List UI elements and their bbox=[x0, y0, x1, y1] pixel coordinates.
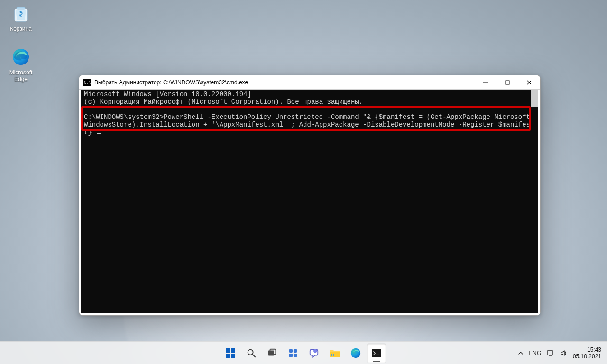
svg-rect-8 bbox=[226, 354, 230, 358]
svg-rect-16 bbox=[294, 353, 297, 356]
svg-rect-23 bbox=[372, 349, 381, 357]
start-button[interactable] bbox=[221, 344, 240, 363]
svg-text:C:\: C:\ bbox=[84, 81, 91, 85]
titlebar[interactable]: C:\ Выбрать Администратор: C:\WINDOWS\sy… bbox=[79, 75, 540, 90]
chat-button[interactable] bbox=[304, 344, 323, 363]
search-button[interactable] bbox=[242, 344, 261, 363]
svg-rect-1 bbox=[17, 7, 25, 9]
terminal-cursor bbox=[97, 133, 101, 134]
minimize-button[interactable] bbox=[475, 75, 497, 89]
close-button[interactable] bbox=[518, 75, 540, 89]
clock-date: 05.10.2021 bbox=[573, 353, 601, 360]
terminal-blank bbox=[82, 106, 537, 113]
desktop-icon-edge[interactable]: Microsoft Edge bbox=[3, 46, 39, 82]
clock[interactable]: 15:43 05.10.2021 bbox=[573, 346, 604, 360]
terminal-taskbar-button[interactable] bbox=[367, 344, 386, 363]
svg-rect-9 bbox=[231, 354, 235, 358]
tray-overflow-button[interactable] bbox=[518, 350, 524, 356]
terminal-command-line: C:\WINDOWS\system32>PowerShell -Executio… bbox=[82, 113, 537, 136]
svg-rect-20 bbox=[331, 354, 332, 356]
maximize-button[interactable] bbox=[497, 75, 518, 89]
terminal-prompt: C:\WINDOWS\system32> bbox=[84, 113, 164, 121]
cmd-icon: C:\ bbox=[83, 79, 91, 86]
svg-rect-14 bbox=[294, 349, 297, 352]
scrollbar-thumb[interactable] bbox=[531, 90, 538, 107]
window-title: Выбрать Администратор: C:\WINDOWS\system… bbox=[94, 79, 248, 86]
task-view-button[interactable] bbox=[263, 344, 282, 363]
file-explorer-button[interactable] bbox=[325, 344, 344, 363]
svg-rect-11 bbox=[268, 350, 274, 355]
terminal-area[interactable]: Microsoft Windows [Version 10.0.22000.19… bbox=[81, 90, 538, 313]
cmd-window: C:\ Выбрать Администратор: C:\WINDOWS\sy… bbox=[79, 75, 541, 316]
terminal-scrollbar[interactable] bbox=[531, 90, 538, 313]
recycle-bin-icon bbox=[10, 3, 31, 24]
svg-rect-5 bbox=[506, 81, 509, 84]
svg-rect-13 bbox=[289, 349, 293, 352]
svg-rect-7 bbox=[231, 348, 235, 353]
clock-time: 15:43 bbox=[573, 346, 601, 353]
desktop-icon-label: Корзина bbox=[3, 26, 39, 32]
svg-point-18 bbox=[313, 349, 317, 352]
widgets-button[interactable] bbox=[284, 344, 303, 363]
system-tray: ENG 15:43 05.10.2021 bbox=[518, 342, 604, 364]
taskbar: ENG 15:43 05.10.2021 bbox=[0, 341, 607, 364]
svg-rect-21 bbox=[333, 354, 334, 356]
language-indicator[interactable]: ENG bbox=[528, 350, 542, 356]
svg-rect-6 bbox=[226, 348, 230, 353]
desktop-icon-recycle-bin[interactable]: Корзина bbox=[3, 3, 39, 32]
svg-point-10 bbox=[248, 349, 253, 355]
terminal-line: Microsoft Windows [Version 10.0.22000.19… bbox=[82, 91, 537, 98]
network-icon[interactable] bbox=[546, 349, 555, 357]
volume-icon[interactable] bbox=[560, 349, 568, 357]
edge-icon bbox=[10, 46, 31, 67]
edge-taskbar-button[interactable] bbox=[346, 344, 365, 363]
svg-rect-15 bbox=[289, 353, 293, 356]
svg-point-22 bbox=[351, 348, 360, 357]
terminal-line: (c) Корпорация Майкрософт (Microsoft Cor… bbox=[82, 98, 537, 106]
desktop-icon-label: Microsoft Edge bbox=[3, 69, 39, 82]
svg-rect-24 bbox=[547, 351, 553, 355]
taskbar-center bbox=[221, 344, 386, 363]
window-controls bbox=[475, 75, 540, 89]
